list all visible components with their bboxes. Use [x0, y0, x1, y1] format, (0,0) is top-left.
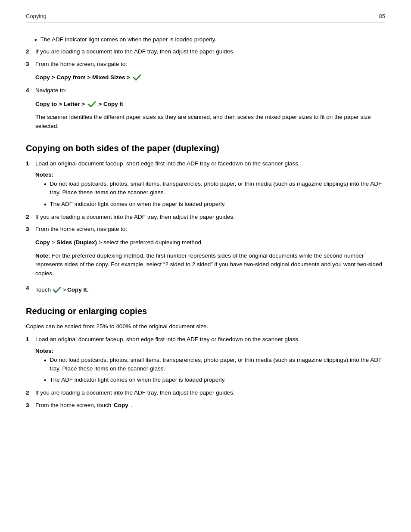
- step-3: 3 From the home screen, navigate to:: [26, 60, 385, 68]
- s1-note-bullet-2: • The ADF indicator light comes on when …: [35, 200, 385, 209]
- step-3-number: 3: [26, 60, 35, 68]
- page-content: • The ADF indicator light comes on when …: [26, 31, 385, 410]
- nav-copy-label: Copy: [35, 74, 50, 81]
- touch-separator: >: [63, 286, 66, 294]
- s2-step-3-prefix: From the home screen, touch: [35, 402, 111, 408]
- checkmark-icon-3: [53, 286, 61, 293]
- s1-note-bullet-1: • Do not load postcards, photos, small i…: [35, 180, 385, 197]
- intro-bullet-1-text: The ADF indicator light comes on when th…: [40, 35, 217, 44]
- s1-note-text: For the preferred duplexing method, the …: [35, 252, 382, 277]
- nav2-sep2: >: [81, 101, 87, 107]
- section2-intro: Copies can be scaled from 25% to 400% of…: [26, 322, 385, 331]
- scanner-note: The scanner identifies the different pap…: [35, 113, 385, 131]
- header-title: Copying: [26, 13, 47, 19]
- s2-step-3-suffix: .: [131, 402, 133, 408]
- nav-separator-3: >: [127, 74, 132, 81]
- bullet-icon: •: [44, 376, 47, 385]
- bullet-icon: •: [34, 35, 37, 45]
- step-2: 2 If you are loading a document into the…: [26, 47, 385, 56]
- s2-note-bullet-2-text: The ADF indicator light comes on when th…: [50, 376, 226, 384]
- s2-step-3-text: From the home screen, touch Copy .: [35, 401, 132, 410]
- header-page-number: 85: [379, 13, 385, 19]
- step-4-text: Navigate to:: [35, 86, 66, 95]
- s2-step-3-number: 3: [26, 401, 35, 410]
- s1-note-label: Note:: [35, 252, 50, 259]
- s1-step-2: 2 If you are loading a document into the…: [26, 213, 385, 221]
- page-header: Copying 85: [26, 13, 385, 22]
- step-2-number: 2: [26, 47, 35, 56]
- checkmark-icon-2: [87, 101, 96, 108]
- step-3-text: From the home screen, navigate to:: [35, 60, 127, 68]
- s1-nav-sep2: >: [99, 239, 104, 246]
- nav-copy-from-label: Copy from: [56, 74, 86, 81]
- s2-step-3-copy-bold: Copy: [114, 402, 128, 408]
- touch-copy-it: Copy It: [67, 286, 87, 294]
- nav2-copy-it: Copy It: [103, 101, 123, 107]
- s1-step-1-number: 1: [26, 159, 35, 168]
- s1-note-paragraph: Note: For the preferred duplexing method…: [35, 252, 385, 278]
- step-2-text: If you are loading a document into the A…: [35, 47, 235, 56]
- s1-step-1-text: Load an original document faceup, short …: [35, 159, 300, 168]
- s2-step-3: 3 From the home screen, touch Copy .: [26, 401, 385, 410]
- s1-nav-block: Copy > Sides (Duplex) > select the prefe…: [35, 238, 385, 247]
- s2-notes-block: Notes: • Do not load postcards, photos, …: [35, 348, 385, 386]
- s1-step-3: 3 From the home screen, navigate to:: [26, 225, 385, 233]
- s2-step-2-number: 2: [26, 389, 35, 397]
- nav2-copy-to: Copy to: [35, 101, 57, 107]
- s1-nav-select-text: select the preferred duplexing method: [103, 239, 201, 246]
- s1-nav-sep1: >: [52, 239, 57, 246]
- page: Copying 85 • The ADF indicator light com…: [0, 0, 411, 532]
- s2-notes-label: Notes:: [35, 348, 385, 354]
- s1-notes-label: Notes:: [35, 171, 385, 178]
- s2-note-bullet-1: • Do not load postcards, photos, small i…: [35, 356, 385, 373]
- intro-bullet-1: • The ADF indicator light comes on when …: [26, 35, 385, 45]
- s2-step-1-number: 1: [26, 335, 35, 344]
- s1-step-4: 4 Touch > Copy It .: [26, 282, 385, 294]
- checkmark-icon-1: [133, 74, 141, 81]
- nav2-sep3: >: [98, 101, 103, 107]
- s1-step-4-content: Touch > Copy It .: [35, 286, 88, 294]
- s2-step-1-text: Load an original document faceup, short …: [35, 335, 300, 344]
- s1-step-1: 1 Load an original document faceup, shor…: [26, 159, 385, 168]
- s1-nav-sides-duplex: Sides (Duplex): [56, 239, 97, 246]
- section2-heading: Reducing or enlarging copies: [26, 306, 385, 316]
- bullet-icon: •: [44, 200, 47, 209]
- step-4-number: 4: [26, 86, 35, 95]
- s1-note-bullet-2-text: The ADF indicator light comes on when th…: [50, 200, 226, 208]
- nav-separator-2: >: [87, 74, 92, 81]
- s2-step-1: 1 Load an original document faceup, shor…: [26, 335, 385, 344]
- bullet-icon: •: [44, 180, 47, 189]
- touch-period: .: [87, 286, 89, 294]
- s1-step-2-text: If you are loading a document into the A…: [35, 213, 235, 221]
- s2-step-2: 2 If you are loading a document into the…: [26, 389, 385, 397]
- s1-nav-copy: Copy: [35, 239, 50, 246]
- s1-step-3-text: From the home screen, navigate to:: [35, 225, 127, 233]
- s2-step-2-text: If you are loading a document into the A…: [35, 389, 235, 397]
- nav-separator-1: >: [52, 74, 57, 81]
- nav-mixed-sizes-label: Mixed Sizes: [92, 74, 125, 81]
- s1-notes-block: Notes: • Do not load postcards, photos, …: [35, 171, 385, 209]
- nav-block-1: Copy > Copy from > Mixed Sizes >: [35, 73, 385, 82]
- s1-step-3-number: 3: [26, 225, 35, 233]
- s2-note-bullet-2: • The ADF indicator light comes on when …: [35, 376, 385, 385]
- nav2-sep1: >: [59, 101, 64, 107]
- s1-step-2-number: 2: [26, 213, 35, 221]
- bullet-icon: •: [44, 356, 47, 365]
- s1-note-bullet-1-text: Do not load postcards, photos, small ite…: [50, 180, 385, 197]
- s2-note-bullet-1-text: Do not load postcards, photos, small ite…: [50, 356, 385, 373]
- nav-block-2: Copy to > Letter > > Copy It: [35, 100, 385, 109]
- step-4: 4 Navigate to:: [26, 86, 385, 95]
- section1-heading: Copying on both sides of the paper (dupl…: [26, 143, 385, 153]
- nav2-letter: Letter: [64, 101, 80, 107]
- touch-prefix: Touch: [35, 286, 51, 294]
- s1-step-4-number: 4: [26, 284, 35, 292]
